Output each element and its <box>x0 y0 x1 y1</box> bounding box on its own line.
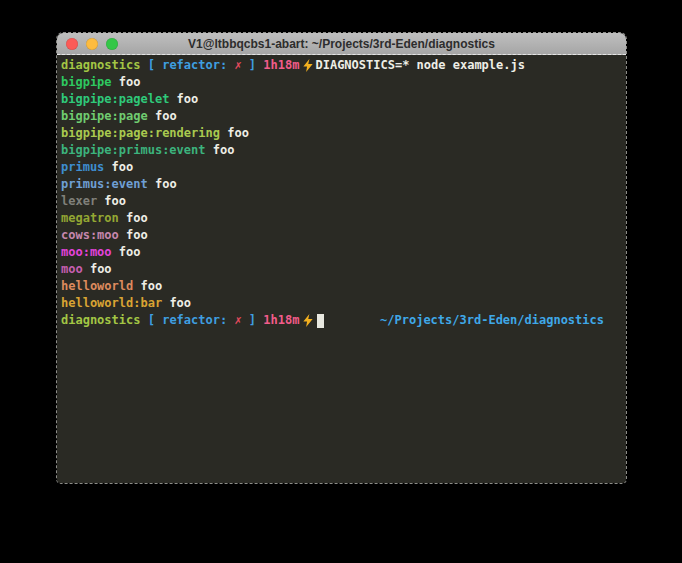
log-line: helloworld foo <box>61 278 626 295</box>
lightning-icon <box>299 314 315 327</box>
log-message: foo <box>220 125 249 142</box>
log-line: bigpipe:page:rendering foo <box>61 125 626 142</box>
log-message: foo <box>119 227 148 244</box>
debug-namespace: cows:moo <box>61 227 119 244</box>
log-message: foo <box>119 210 148 227</box>
debug-namespace: moo <box>61 261 83 278</box>
debug-namespace: moo:moo <box>61 244 112 261</box>
log-message: foo <box>133 278 162 295</box>
prompt-branch: [ refactor: <box>140 57 234 74</box>
debug-namespace: helloworld:bar <box>61 295 162 312</box>
dirty-indicator: ✗ <box>234 312 241 329</box>
prompt-line: diagnostics [ refactor: ✗ ] 1h18mDIAGNOS… <box>61 57 626 74</box>
window-controls <box>66 33 118 54</box>
log-line: bigpipe:pagelet foo <box>61 91 626 108</box>
prompt-branch-close: ] <box>242 57 264 74</box>
debug-namespace: primus <box>61 159 104 176</box>
debug-namespace: helloworld <box>61 278 133 295</box>
log-message: foo <box>97 193 126 210</box>
log-message: foo <box>83 261 112 278</box>
log-line: moo foo <box>61 261 626 278</box>
log-line: primus foo <box>61 159 626 176</box>
log-line: cows:moo foo <box>61 227 626 244</box>
lightning-icon <box>299 59 315 72</box>
log-message: foo <box>148 176 177 193</box>
terminal-body[interactable]: diagnostics [ refactor: ✗ ] 1h18mDIAGNOS… <box>57 55 626 483</box>
window-titlebar[interactable]: V1@ltbbqcbs1-abart: ~/Projects/3rd-Eden/… <box>57 33 626 55</box>
debug-namespace: primus:event <box>61 176 148 193</box>
log-line: moo:moo foo <box>61 244 626 261</box>
log-line: bigpipe:primus:event foo <box>61 142 626 159</box>
close-button[interactable] <box>66 38 78 50</box>
log-line: primus:event foo <box>61 176 626 193</box>
debug-namespace: bigpipe:primus:event <box>61 142 206 159</box>
debug-namespace: lexer <box>61 193 97 210</box>
terminal-cursor <box>317 314 324 328</box>
zoom-button[interactable] <box>106 38 118 50</box>
window-title: V1@ltbbqcbs1-abart: ~/Projects/3rd-Eden/… <box>57 37 626 51</box>
debug-namespace: bigpipe:page <box>61 108 148 125</box>
log-line: bigpipe foo <box>61 74 626 91</box>
log-line: megatron foo <box>61 210 626 227</box>
terminal-window: V1@ltbbqcbs1-abart: ~/Projects/3rd-Eden/… <box>57 33 626 483</box>
right-prompt-path: ~/Projects/3rd-Eden/diagnostics <box>380 312 626 329</box>
prompt-project: diagnostics <box>61 312 140 329</box>
minimize-button[interactable] <box>86 38 98 50</box>
prompt-line: diagnostics [ refactor: ✗ ] 1h18m~/Proje… <box>61 312 626 329</box>
log-message: foo <box>162 295 191 312</box>
log-message: foo <box>169 91 198 108</box>
dirty-indicator: ✗ <box>234 57 241 74</box>
log-message: foo <box>206 142 235 159</box>
log-line: helloworld:bar foo <box>61 295 626 312</box>
debug-namespace: bigpipe:page:rendering <box>61 125 220 142</box>
log-line: bigpipe:page foo <box>61 108 626 125</box>
elapsed-time: 1h18m <box>263 57 299 74</box>
debug-namespace: bigpipe:pagelet <box>61 91 169 108</box>
log-message: foo <box>112 74 141 91</box>
elapsed-time: 1h18m <box>263 312 299 329</box>
log-message: foo <box>104 159 133 176</box>
debug-namespace: megatron <box>61 210 119 227</box>
log-message: foo <box>148 108 177 125</box>
prompt-branch: [ refactor: <box>140 312 234 329</box>
prompt-project: diagnostics <box>61 57 140 74</box>
debug-namespace: bigpipe <box>61 74 112 91</box>
command-text: DIAGNOSTICS=* node example.js <box>315 57 525 74</box>
log-line: lexer foo <box>61 193 626 210</box>
log-message: foo <box>112 244 141 261</box>
prompt-branch-close: ] <box>242 312 264 329</box>
